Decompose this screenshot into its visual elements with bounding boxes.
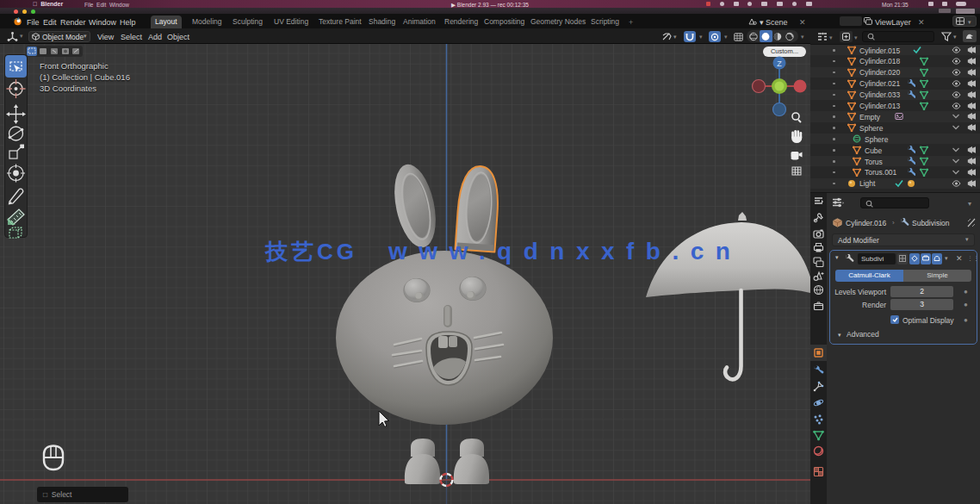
svg-text:Z: Z	[777, 59, 782, 68]
